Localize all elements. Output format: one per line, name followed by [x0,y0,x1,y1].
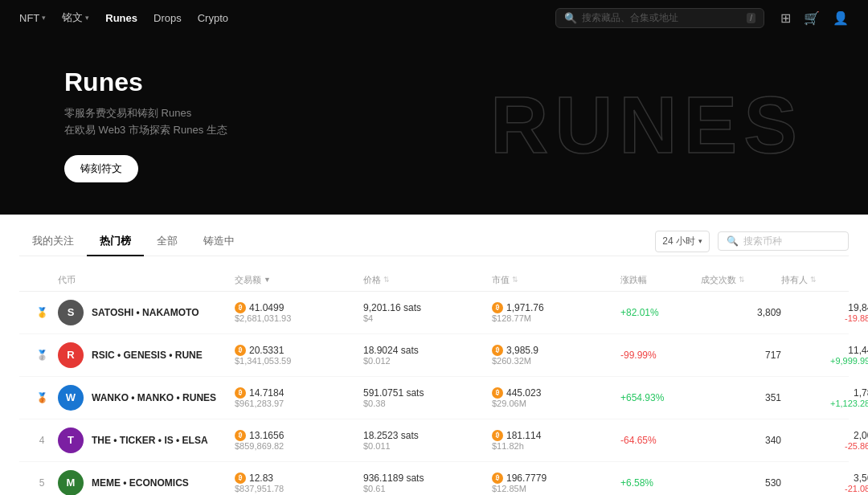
table-row[interactable]: 5 M MEME • ECONOMICS ₿ 12.83 $837,951.78… [19,462,849,495]
row-mcap-usd: $260.32M [492,356,620,366]
row-mcap-usd: $29.06M [492,399,620,408]
row-name-cell: R RSIC • GENESIS • RUNE [58,342,235,368]
row-price-sats: 591.0751 sats [363,387,492,399]
btc-icon: ₿ [235,387,246,399]
row-mcap-usd: $11.82h [492,441,620,451]
tab-minting[interactable]: 铸造中 [190,227,248,256]
row-holders-count: 11,446 [781,345,868,356]
table-row[interactable]: 🥇 S SATOSHI • NAKAMOTO ₿ 41.0499 $2,681,… [19,292,849,334]
btc-icon: ₿ [235,430,246,441]
row-txcount: 351 [701,392,781,403]
row-mcap-btc: ₿ 445.023 [492,387,620,399]
row-volume: ₿ 14.7184 $961,283.97 [235,387,363,408]
row-avatar: R [58,342,84,368]
search-icon: 🔍 [564,12,577,24]
th-marketcap-label: 市值 [492,274,510,286]
row-price: 936.1189 sats $0.61 [363,472,492,493]
th-txcount[interactable]: 成交次数 ⇅ [701,274,781,286]
row-volume: ₿ 12.83 $837,951.78 [235,472,363,493]
row-rank: 🥉 [26,392,58,403]
hero-section: Runes 零服务费交易和铸刻 Runes 在欧易 Web3 市场探索 Rune… [0,35,868,215]
tab-trending[interactable]: 热门榜 [87,227,144,256]
row-change: +654.93% [620,392,701,403]
row-holders-change: -21.08% [781,484,868,493]
tab-favorites[interactable]: 我的关注 [19,227,87,256]
row-name: SATOSHI • NAKAMOTO [92,307,199,318]
user-icon[interactable]: 👤 [833,10,849,26]
cart-icon[interactable]: 🛒 [804,10,820,26]
row-mcap-btc: ₿ 196.7779 [492,472,620,484]
row-avatar: W [58,385,84,411]
row-holders-change: +9,999.99% [781,356,868,366]
nav-search-box[interactable]: 🔍 / [555,8,764,28]
th-rank [26,274,58,286]
hero-subtitle-line1: 零服务费交易和铸刻 Runes [64,105,227,122]
row-rank: 🥈 [26,350,58,361]
hero-subtitle-line2: 在欧易 Web3 市场探索 Runes 生态 [64,122,227,139]
row-txcount: 3,809 [701,307,781,318]
row-volume-btc: ₿ 12.83 [235,472,363,484]
row-volume-btc: ₿ 13.1656 [235,430,363,441]
sort-volume-icon: ▼ [264,276,271,284]
th-marketcap[interactable]: 市值 ⇅ [492,274,620,286]
row-holders-change: -19.88% [781,313,868,323]
row-volume: ₿ 20.5331 $1,341,053.59 [235,345,363,366]
th-holders[interactable]: 持有人 ⇅ [781,274,868,286]
nav-icon-group: ⊞ 🛒 👤 [780,10,849,26]
tabs-row: 我的关注 热门榜 全部 铸造中 24 小时 ▾ 🔍 [19,227,849,256]
table-search-input[interactable] [743,235,840,247]
nav-item-runes[interactable]: Runes [105,12,137,24]
row-holders: 1,789 +1,123.28% [781,387,868,408]
nav-crypto-label: Crypto [198,12,228,24]
th-volume-label: 交易额 [235,274,261,286]
row-volume-btc: ₿ 14.7184 [235,387,363,399]
row-mcap-usd: $12.85M [492,484,620,493]
row-volume-usd: $961,283.97 [235,399,363,408]
row-change: +82.01% [620,307,701,318]
row-marketcap: ₿ 3,985.9 $260.32M [492,345,620,366]
grid-icon[interactable]: ⊞ [780,10,791,26]
table-search-box[interactable]: 🔍 [718,231,849,251]
row-price: 18.2523 sats $0.011 [363,430,492,451]
btc-icon: ₿ [235,345,246,356]
hero-cta-button[interactable]: 铸刻符文 [64,155,138,182]
row-avatar: S [58,300,84,325]
inscription-chevron-icon: ▾ [85,14,89,22]
row-mcap-usd: $128.77M [492,313,620,323]
th-volume[interactable]: 交易额 ▼ [235,274,363,286]
hero-bg-text: RUNES [490,79,804,171]
row-holders-count: 2,005 [781,430,868,441]
tab-all[interactable]: 全部 [144,227,190,256]
nav-inscription-label: 铭文 [62,10,83,25]
table-row[interactable]: 🥈 R RSIC • GENESIS • RUNE ₿ 20.5331 $1,3… [19,334,849,377]
btc-icon-2: ₿ [492,430,503,441]
row-mcap-btc: ₿ 181.114 [492,430,620,441]
row-change: -64.65% [620,435,701,446]
btc-icon-2: ₿ [492,302,503,313]
search-slash-badge: / [747,13,755,23]
table-search-icon: 🔍 [727,235,739,247]
row-volume: ₿ 41.0499 $2,681,031.93 [235,302,363,323]
row-volume: ₿ 13.1656 $859,869.82 [235,430,363,451]
btc-icon: ₿ [235,472,246,484]
table-row[interactable]: 4 T THE • TICKER • IS • ELSA ₿ 13.1656 $… [19,419,849,462]
th-price[interactable]: 价格 ⇅ [363,274,492,286]
search-input[interactable] [582,12,742,23]
table-row[interactable]: 🥉 W WANKO • MANKO • RUNES ₿ 14.7184 $961… [19,377,849,419]
row-holders-count: 3,561 [781,472,868,484]
row-holders: 2,005 -25.86% [781,430,868,451]
row-holders-change: +1,123.28% [781,399,868,408]
nav-item-crypto[interactable]: Crypto [198,12,228,24]
row-marketcap: ₿ 1,971.76 $128.77M [492,302,620,323]
row-price-sats: 9,201.16 sats [363,302,492,313]
nav-item-inscription[interactable]: 铭文 ▾ [62,10,89,25]
sort-price-icon: ⇅ [383,276,390,284]
row-price: 9,201.16 sats $4 [363,302,492,323]
row-holders-count: 1,789 [781,387,868,399]
nav-runes-label: Runes [105,12,137,24]
btc-icon: ₿ [235,302,246,313]
nav-item-drops[interactable]: Drops [154,12,182,24]
row-marketcap: ₿ 196.7779 $12.85M [492,472,620,493]
nav-item-nft[interactable]: NFT ▾ [19,12,46,24]
time-selector[interactable]: 24 小时 ▾ [655,231,710,252]
